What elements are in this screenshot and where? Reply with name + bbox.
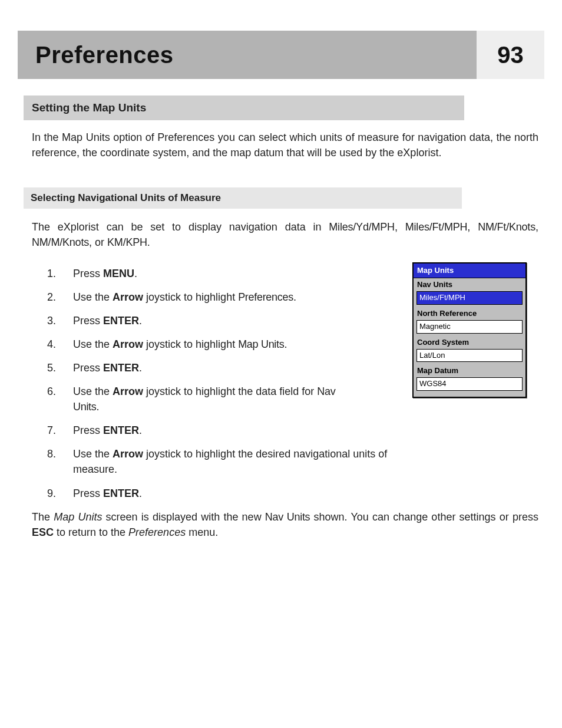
header-title-cell: Preferences <box>18 31 477 79</box>
unit-option-4: NM/M/Knots <box>32 236 89 248</box>
intro-paragraph: In the Map Units option of Preferences y… <box>32 130 538 160</box>
page-title: Preferences <box>35 42 174 68</box>
lead-sep2: , <box>467 221 478 233</box>
steps-and-device: Press MENU. Use the Arrow joystick to hi… <box>24 258 538 509</box>
term-preferences-italic: Preferences <box>128 526 186 538</box>
step-item: Press MENU. <box>47 266 356 281</box>
page-header: Preferences 93 <box>0 0 562 79</box>
steps-column: Press MENU. Use the Arrow joystick to hi… <box>24 258 398 509</box>
lead-post: . <box>147 236 150 248</box>
step-item: Use the Arrow joystick to highlight Map … <box>47 337 356 352</box>
step-item: Press ENTER. <box>47 313 356 328</box>
lead-sep3: , <box>535 221 538 233</box>
key-enter: ENTER <box>103 362 139 374</box>
lead-paragraph: The eXplorist can be set to display navi… <box>32 219 538 250</box>
closing-paragraph: The Map Units screen is displayed with t… <box>32 509 538 540</box>
step-item: Use the Arrow joystick to highlight the … <box>47 384 356 414</box>
page-content: Setting the Map Units In the Map Units o… <box>0 95 562 540</box>
key-arrow: Arrow <box>113 338 143 350</box>
step-item: Press ENTER. <box>47 486 356 501</box>
key-esc: ESC <box>32 526 54 538</box>
page-number: 93 <box>477 38 544 72</box>
device-row: Map Datum WGS84 <box>414 364 525 391</box>
device-row: Coord System Lat/Lon <box>414 336 525 363</box>
device-value-north-ref: Magnetic <box>416 320 523 334</box>
device-label-north-ref: North Reference <box>414 307 525 319</box>
key-arrow: Arrow <box>113 448 143 460</box>
unit-option-5: KM/KPH <box>107 236 147 248</box>
term-map-units: Map Units <box>238 338 284 350</box>
device-label-nav-units: Nav Units <box>414 278 525 291</box>
device-label-coord-sys: Coord System <box>414 336 525 348</box>
device-title: Map Units <box>414 263 525 279</box>
device-value-nav-units: Miles/Ft/MPH <box>416 291 523 305</box>
key-arrow: Arrow <box>113 291 143 303</box>
key-enter: ENTER <box>103 487 139 499</box>
device-footer-spacer <box>414 393 525 397</box>
subsection-heading: Selecting Navigational Units of Measure <box>24 187 462 209</box>
term-preferences: Preferences <box>238 291 293 303</box>
term-map-units-italic: Map Units <box>54 511 102 523</box>
lead-sep4: , or <box>89 236 107 248</box>
key-menu: MENU <box>103 268 134 279</box>
unit-option-3: NM/Ft/Knots <box>478 221 535 233</box>
unit-option-1: Miles/Yd/MPH <box>329 221 395 233</box>
key-enter: ENTER <box>103 424 139 436</box>
device-row: North Reference Magnetic <box>414 307 525 334</box>
device-label-map-datum: Map Datum <box>414 364 525 377</box>
key-enter: ENTER <box>103 315 139 327</box>
step-item: Use the Arrow joystick to highlight Pref… <box>47 289 356 305</box>
header-bar: Preferences 93 <box>18 31 544 79</box>
device-screenshot: Map Units Nav Units Miles/Ft/MPH North R… <box>412 262 527 398</box>
device-value-coord-sys: Lat/Lon <box>416 349 523 363</box>
step-list: Press MENU. Use the Arrow joystick to hi… <box>47 266 398 501</box>
unit-option-2: Miles/Ft/MPH <box>405 221 468 233</box>
lead-sep1: , <box>395 221 405 233</box>
device-value-map-datum: WGS84 <box>416 377 523 391</box>
step-item: Use the Arrow joystick to highlight the … <box>47 446 398 477</box>
step-item: Press ENTER. <box>47 360 356 375</box>
term-nav-units: Nav Units <box>265 511 310 523</box>
step-item: Press ENTER. <box>47 423 356 438</box>
key-arrow: Arrow <box>113 386 143 397</box>
device-row: Nav Units Miles/Ft/MPH <box>414 278 525 305</box>
lead-pre: The eXplorist can be set to display navi… <box>32 221 329 233</box>
section-heading: Setting the Map Units <box>24 95 464 120</box>
